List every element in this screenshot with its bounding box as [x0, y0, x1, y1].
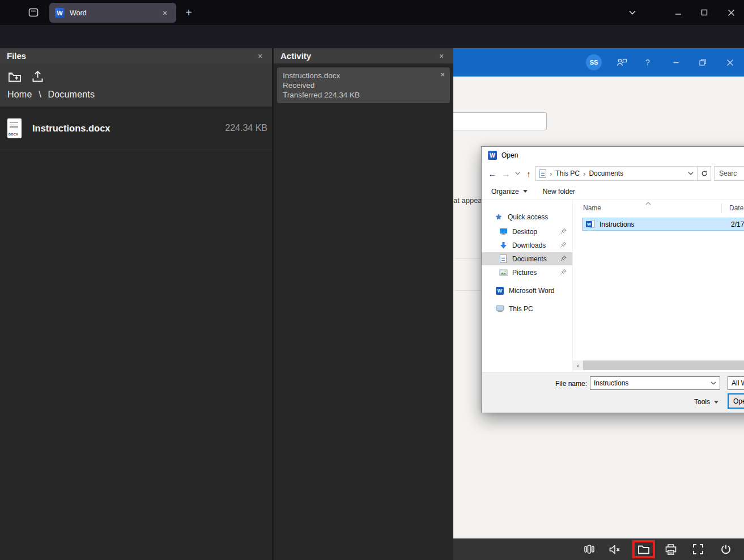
word-minimize-button[interactable]: –	[668, 56, 684, 69]
audio-mute-icon[interactable]	[607, 542, 622, 556]
file-row-name: Instructions	[600, 220, 634, 228]
pin-icon	[560, 269, 567, 275]
windows-panel-icon[interactable]	[582, 542, 597, 556]
word-dialog-icon: W	[488, 151, 497, 160]
quick-access-star-icon	[494, 213, 503, 221]
dialog-address-bar[interactable]: › This PC › Documents	[535, 166, 698, 181]
crumb-this-pc[interactable]: This PC	[555, 169, 580, 177]
docx-file-icon: DOCX	[7, 118, 22, 138]
new-folder-icon[interactable]	[8, 71, 22, 83]
file-row-instructions[interactable]: W Instructions 2/17	[582, 218, 744, 231]
window-close-button[interactable]	[722, 6, 739, 19]
dialog-title: Open	[501, 151, 518, 159]
activity-panel-title: Activity	[280, 51, 436, 61]
crumb-documents[interactable]: Documents	[589, 169, 623, 177]
sidebar-item-desktop[interactable]: Desktop	[482, 225, 572, 238]
dialog-title-bar: W Open	[482, 147, 744, 164]
new-folder-button[interactable]: New folder	[543, 188, 575, 196]
sort-ascending-icon	[645, 202, 651, 205]
combo-chevron-icon[interactable]	[711, 381, 716, 385]
word-close-button[interactable]	[722, 56, 738, 69]
sidebar-item-quick-access[interactable]: Quick access	[482, 210, 572, 223]
file-name: Instructions.docx	[32, 123, 225, 134]
breadcrumb-separator: \	[39, 90, 41, 99]
fullscreen-icon[interactable]	[691, 542, 705, 556]
address-dropdown-chevron-icon[interactable]	[688, 172, 694, 175]
files-folder-icon[interactable]	[636, 542, 651, 556]
files-panel: Files × Home \ Documents DOCX Instructio…	[0, 48, 272, 560]
sidebar-item-downloads[interactable]: Downloads	[482, 239, 572, 252]
organize-caret-icon	[523, 190, 528, 193]
activity-panel-close-icon[interactable]: ×	[436, 52, 447, 61]
file-name-combobox[interactable]: Instructions	[590, 376, 720, 390]
file-name-label: File name:	[516, 380, 587, 388]
dialog-back-button[interactable]: ←	[486, 166, 499, 181]
horizontal-scrollbar[interactable]: ‹	[573, 360, 744, 370]
word-favicon: W	[55, 8, 65, 18]
file-list-item[interactable]: DOCX Instructions.docx 224.34 KB	[0, 111, 272, 146]
column-header-date[interactable]: Date	[729, 200, 743, 216]
files-panel-close-icon[interactable]: ×	[255, 52, 265, 61]
breadcrumb-folder[interactable]: Documents	[48, 90, 95, 99]
open-button[interactable]: Open	[728, 393, 744, 409]
avatar[interactable]: SS	[586, 54, 602, 70]
files-panel-title: Files	[7, 51, 255, 61]
pin-icon	[560, 241, 567, 248]
documents-crumb-icon	[539, 169, 546, 178]
dialog-up-button[interactable]: ↑	[522, 166, 535, 181]
browser-tab[interactable]: W Word ×	[49, 3, 176, 23]
background-divider	[455, 290, 481, 291]
scroll-left-icon[interactable]: ‹	[573, 360, 583, 370]
word-title-bar: SS ? –	[453, 48, 744, 77]
organize-button[interactable]: Organize	[491, 188, 519, 196]
dialog-sidebar: Quick access Desktop Downloads Documents	[482, 200, 572, 372]
new-tab-button[interactable]: +	[181, 5, 196, 20]
client-toolbar	[453, 538, 744, 560]
pin-icon	[560, 255, 567, 261]
file-row-date: 2/17	[731, 220, 744, 228]
pin-icon	[560, 228, 567, 234]
word-search-box[interactable]	[453, 112, 547, 130]
column-header-name[interactable]: Name	[583, 200, 601, 216]
tab-list-chevron-icon[interactable]	[624, 6, 641, 19]
file-type-combobox[interactable]: All W	[728, 376, 744, 390]
activity-item-status: Received	[283, 80, 444, 90]
word-app-icon: W	[495, 287, 504, 295]
help-icon[interactable]: ?	[640, 56, 656, 69]
sidebar-item-pictures[interactable]: Pictures	[482, 266, 572, 279]
window-maximize-button[interactable]	[696, 6, 713, 19]
tab-close-icon[interactable]: ×	[159, 7, 171, 19]
sidebar-item-documents[interactable]: Documents	[482, 252, 572, 265]
word-restore-button[interactable]	[695, 56, 711, 69]
sidebar-item-this-pc[interactable]: This PC	[482, 302, 572, 315]
dialog-file-list: Name Date W Instructions 2/17 ‹	[573, 200, 744, 372]
browser-tab-bar: W Word × +	[0, 0, 744, 25]
upload-icon[interactable]	[32, 70, 44, 83]
presenter-icon[interactable]	[614, 56, 630, 69]
this-pc-icon	[495, 305, 504, 312]
dialog-footer: File name: Instructions All W Tools Open	[482, 372, 744, 413]
sidebar-item-microsoft-word[interactable]: W Microsoft Word	[482, 284, 572, 297]
dialog-forward-button[interactable]: →	[499, 166, 513, 181]
tab-title: Word	[70, 9, 159, 17]
breadcrumb-home[interactable]: Home	[7, 90, 32, 99]
row-divider	[0, 150, 272, 150]
activity-panel-header: Activity ×	[274, 48, 453, 63]
power-icon[interactable]	[719, 542, 733, 556]
open-dialog: W Open ← → ↑ › This PC › Documents	[481, 146, 744, 413]
documents-icon	[499, 254, 508, 263]
print-icon[interactable]	[664, 542, 678, 556]
word-file-icon: W	[586, 220, 595, 228]
tools-caret-icon	[714, 401, 719, 404]
dialog-search-input[interactable]: Searc	[714, 166, 744, 181]
activity-item-close-icon[interactable]: ×	[440, 70, 445, 79]
tools-button[interactable]: Tools	[681, 395, 719, 409]
window-minimize-button[interactable]	[670, 6, 687, 19]
scrollbar-thumb[interactable]	[583, 360, 744, 370]
background-divider	[455, 258, 481, 259]
firefox-view-icon[interactable]	[27, 6, 40, 19]
activity-item-name: Instructions.docx	[283, 71, 444, 80]
dialog-history-chevron-icon[interactable]	[513, 166, 522, 181]
desktop-icon	[499, 228, 508, 235]
dialog-refresh-button[interactable]	[698, 166, 711, 181]
